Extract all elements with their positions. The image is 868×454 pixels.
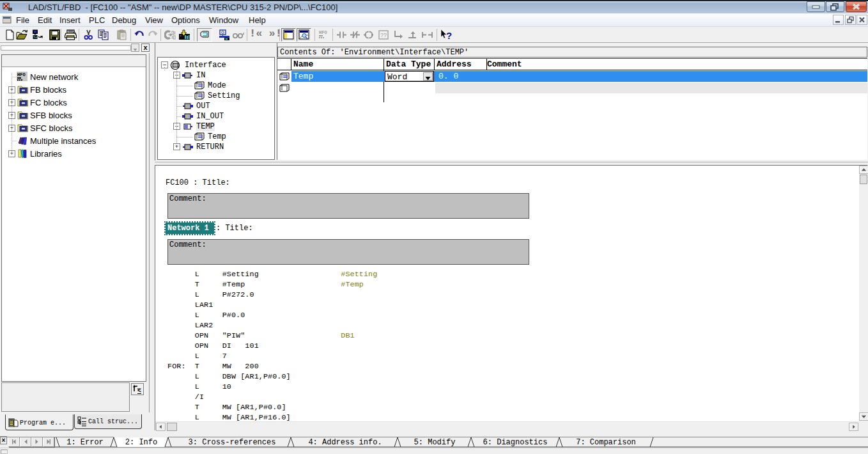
svg-text:?: ? [446,30,452,41]
svg-text:HFO: HFO [319,30,327,35]
svg-text:5: Modify: 5: Modify [414,438,456,447]
svg-text:1: Error: 1: Error [66,438,104,447]
svg-text:??: ?? [380,32,387,38]
svg-text:7: Comparison: 7: Comparison [576,438,636,447]
svg-text:<: < [137,387,141,395]
svg-text:4: Address info.: 4: Address info. [308,438,382,447]
svg-text:3: Cross-references: 3: Cross-references [189,438,276,447]
svg-text:2: Info: 2: Info [125,438,157,447]
svg-text:6: Diagnostics: 6: Diagnostics [483,438,548,447]
